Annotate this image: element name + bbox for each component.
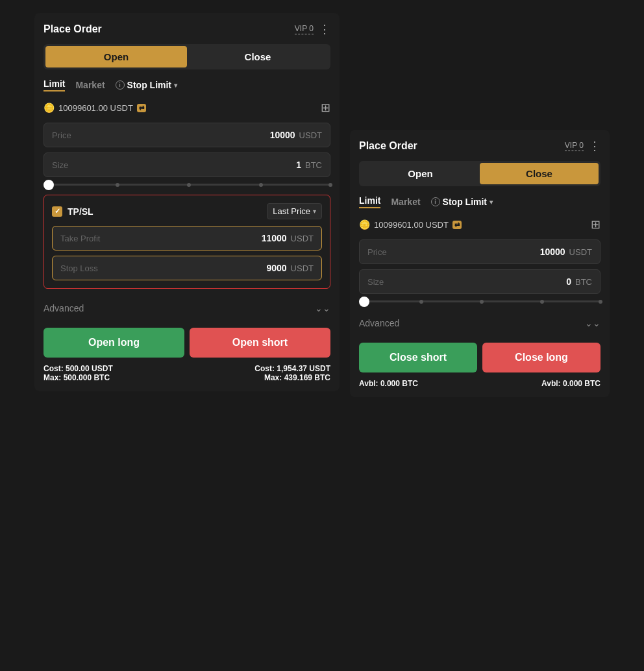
stop-limit-btn-1[interactable]: i Stop Limit ▾ xyxy=(116,80,177,90)
cost-info-1: Cost: 500.00 USDT Max: 500.000 BTC Cost:… xyxy=(43,364,330,382)
tpsl-checkbox-1[interactable] xyxy=(52,206,62,217)
balance-row-2: 🪙 10099601.00 USDT ⇄ ⊞ xyxy=(359,217,601,232)
close-long-button-2[interactable]: Close long xyxy=(482,343,601,372)
order-types-1: Limit Market i Stop Limit ▾ xyxy=(43,79,330,92)
calculator-icon-2[interactable]: ⊞ xyxy=(591,217,601,232)
size-value-1: 1 xyxy=(296,160,301,170)
balance-left-2: 🪙 10099601.00 USDT ⇄ xyxy=(359,219,462,230)
slider-dot-25 xyxy=(116,183,119,187)
stop-loss-unit-1: USDT xyxy=(291,263,314,273)
avbl-short-value-2: 0.000 BTC xyxy=(380,379,418,388)
tpsl-section-1: TP/SL Last Price ▾ Take Profit 11000 USD… xyxy=(43,195,330,289)
exchange-icon-2[interactable]: ⇄ xyxy=(452,221,462,229)
close-short-button-2[interactable]: Close short xyxy=(359,343,477,372)
size-value-row-2: 0 BTC xyxy=(566,276,592,287)
stop-loss-value-row-1: 9000 USDT xyxy=(266,263,314,273)
size-field-1[interactable]: Size 1 BTC xyxy=(43,152,330,177)
advanced-label-2: Advanced xyxy=(359,318,399,328)
price-label-1: Price xyxy=(52,130,71,140)
slider-track-2 xyxy=(359,300,601,302)
limit-btn-2[interactable]: Limit xyxy=(359,195,380,208)
cost-short-value-1: 1,954.37 USDT xyxy=(277,364,330,373)
chevron-down-icon-2: ▾ xyxy=(489,199,493,206)
panel-1-title: Place Order xyxy=(43,23,102,35)
info-icon-1: i xyxy=(116,80,125,90)
balance-amount-1: 10099601.00 USDT xyxy=(58,103,133,113)
last-price-dropdown-1[interactable]: Last Price ▾ xyxy=(267,203,322,219)
take-profit-value-row-1: 11000 USDT xyxy=(262,233,314,243)
size-unit-2: BTC xyxy=(575,277,592,287)
vip-label-1: VIP 0 xyxy=(295,24,314,34)
open-long-button-1[interactable]: Open long xyxy=(43,328,184,358)
take-profit-unit-1: USDT xyxy=(291,234,314,243)
cost-long-1: Cost: 500.00 USDT Max: 500.000 BTC xyxy=(43,364,113,382)
calculator-icon-1[interactable]: ⊞ xyxy=(321,101,330,115)
more-options-icon-2[interactable]: ⋮ xyxy=(589,139,601,153)
card-icon-2: 🪙 xyxy=(359,219,370,230)
panel-1: Place Order VIP 0 ⋮ Open Close Limit Mar… xyxy=(34,13,340,391)
close-tab-1[interactable]: Close xyxy=(187,46,328,67)
size-unit-1: BTC xyxy=(305,160,322,170)
slider-dot-50 xyxy=(187,183,191,187)
panel-2-header-right: VIP 0 ⋮ xyxy=(565,139,601,153)
slider-2-dot-50 xyxy=(480,300,484,304)
open-tab-2[interactable]: Open xyxy=(361,163,480,184)
price-field-1[interactable]: Price 10000 USDT xyxy=(43,123,330,147)
price-unit-2: USDT xyxy=(569,247,592,257)
chevron-double-icon-2: ⌄⌄ xyxy=(585,318,601,328)
cost-long-value-1: 500.00 USDT xyxy=(66,364,113,373)
balance-amount-2: 10099601.00 USDT xyxy=(374,220,449,230)
price-field-2[interactable]: Price 10000 USDT xyxy=(359,239,601,264)
info-icon-2: i xyxy=(431,197,440,206)
limit-btn-1[interactable]: Limit xyxy=(43,79,65,92)
slider-2[interactable] xyxy=(359,300,601,302)
stop-loss-label-1: Stop Loss xyxy=(60,263,98,273)
take-profit-label-1: Take Profit xyxy=(60,234,100,243)
stop-loss-value-1: 9000 xyxy=(266,263,286,273)
tpsl-left-1: TP/SL xyxy=(52,206,93,217)
price-label-2: Price xyxy=(367,247,387,257)
slider-2-dot-100 xyxy=(599,300,602,304)
advanced-row-2[interactable]: Advanced ⌄⌄ xyxy=(359,311,601,335)
price-unit-1: USDT xyxy=(299,130,322,140)
price-value-1: 10000 xyxy=(270,130,295,140)
max-long-value-1: 500.000 BTC xyxy=(64,373,110,382)
last-price-label-1: Last Price xyxy=(273,206,310,216)
avbl-long-value-2: 0.000 BTC xyxy=(563,379,601,388)
more-options-icon-1[interactable]: ⋮ xyxy=(319,22,330,36)
tab-toggle-1: Open Close xyxy=(43,44,330,69)
exchange-icon-1[interactable]: ⇄ xyxy=(137,104,146,112)
advanced-row-1[interactable]: Advanced ⌄⌄ xyxy=(43,297,330,320)
slider-dot-75 xyxy=(259,183,263,187)
balance-left-1: 🪙 10099601.00 USDT ⇄ xyxy=(43,103,146,113)
take-profit-value-1: 11000 xyxy=(262,233,287,243)
size-label-2: Size xyxy=(367,277,384,287)
tab-toggle-2: Open Close xyxy=(359,161,601,186)
market-btn-2[interactable]: Market xyxy=(391,197,420,207)
market-btn-1[interactable]: Market xyxy=(75,80,105,90)
open-short-button-1[interactable]: Open short xyxy=(190,328,330,358)
close-tab-2[interactable]: Close xyxy=(480,163,599,184)
panel-1-header: Place Order VIP 0 ⋮ xyxy=(43,22,330,36)
max-short-value-1: 439.169 BTC xyxy=(284,373,330,382)
balance-row-1: 🪙 10099601.00 USDT ⇄ ⊞ xyxy=(43,101,330,115)
slider-thumb-2[interactable] xyxy=(359,297,369,307)
slider-thumb-1[interactable] xyxy=(43,180,54,190)
card-icon-1: 🪙 xyxy=(43,103,55,113)
price-value-2: 10000 xyxy=(540,247,565,257)
size-field-2[interactable]: Size 0 BTC xyxy=(359,269,601,294)
panel-2-title: Place Order xyxy=(359,140,417,152)
slider-track-1 xyxy=(43,184,330,186)
avbl-info-2: Avbl: 0.000 BTC Avbl: 0.000 BTC xyxy=(359,379,601,388)
take-profit-field-1[interactable]: Take Profit 11000 USDT xyxy=(52,226,322,250)
action-buttons-1: Open long Open short xyxy=(43,328,330,358)
advanced-label-1: Advanced xyxy=(43,303,84,313)
last-price-chevron-1: ▾ xyxy=(313,208,316,215)
avbl-short-2: Avbl: 0.000 BTC xyxy=(359,379,418,388)
open-tab-1[interactable]: Open xyxy=(45,46,187,67)
avbl-long-2: Avbl: 0.000 BTC xyxy=(541,379,601,388)
vip-label-2: VIP 0 xyxy=(565,141,584,151)
stop-loss-field-1[interactable]: Stop Loss 9000 USDT xyxy=(52,256,322,280)
stop-limit-btn-2[interactable]: i Stop Limit ▾ xyxy=(431,197,493,207)
slider-1[interactable] xyxy=(43,184,330,186)
